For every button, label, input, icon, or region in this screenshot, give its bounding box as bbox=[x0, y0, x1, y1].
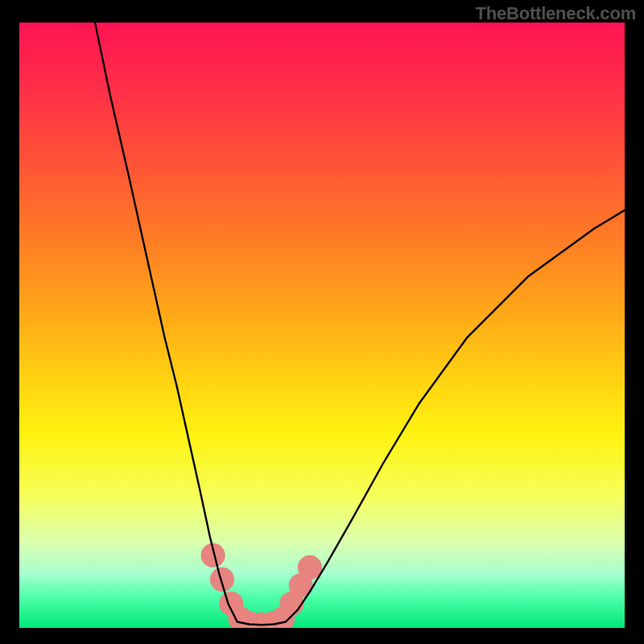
marker-dot bbox=[210, 568, 234, 592]
attribution-text: TheBottleneck.com bbox=[475, 3, 636, 24]
bottleneck-chart bbox=[19, 23, 625, 628]
gradient-background bbox=[19, 23, 625, 628]
chart-frame: TheBottleneck.com bbox=[0, 0, 644, 644]
